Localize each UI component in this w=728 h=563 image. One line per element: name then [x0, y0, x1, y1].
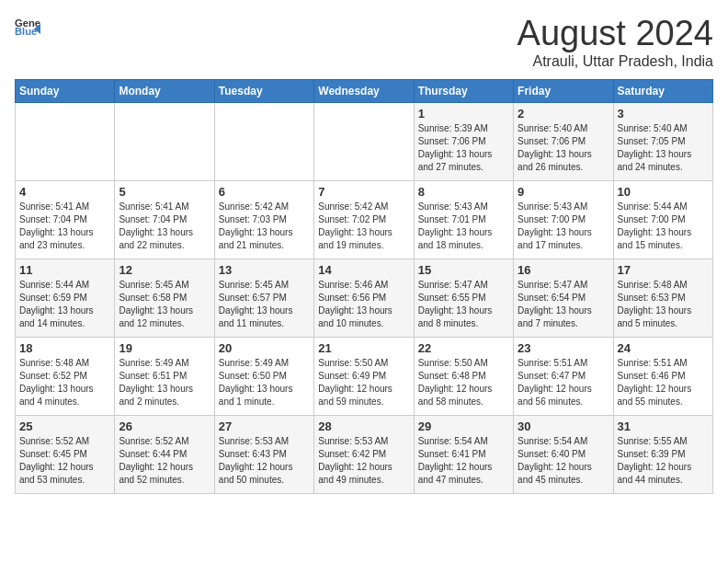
day-info: Sunrise: 5:53 AM Sunset: 6:43 PM Dayligh…	[219, 435, 310, 487]
calendar-table: Sunday Monday Tuesday Wednesday Thursday…	[15, 79, 713, 494]
day-info: Sunrise: 5:50 AM Sunset: 6:49 PM Dayligh…	[318, 357, 409, 408]
calendar-cell: 18Sunrise: 5:48 AM Sunset: 6:52 PM Dayli…	[16, 337, 115, 415]
calendar-cell: 11Sunrise: 5:44 AM Sunset: 6:59 PM Dayli…	[16, 259, 115, 337]
day-info: Sunrise: 5:45 AM Sunset: 6:58 PM Dayligh…	[119, 279, 210, 330]
calendar-cell: 25Sunrise: 5:52 AM Sunset: 6:45 PM Dayli…	[16, 415, 115, 493]
day-info: Sunrise: 5:47 AM Sunset: 6:55 PM Dayligh…	[418, 279, 509, 330]
day-info: Sunrise: 5:41 AM Sunset: 7:04 PM Dayligh…	[19, 201, 110, 252]
calendar-cell: 4Sunrise: 5:41 AM Sunset: 7:04 PM Daylig…	[16, 180, 115, 259]
calendar-cell: 9Sunrise: 5:43 AM Sunset: 7:00 PM Daylig…	[514, 180, 613, 259]
title-area: August 2024 Atrauli, Uttar Pradesh, Indi…	[518, 15, 713, 70]
day-info: Sunrise: 5:55 AM Sunset: 6:39 PM Dayligh…	[618, 435, 709, 487]
col-thursday: Thursday	[414, 79, 513, 102]
logo-icon: General Blue	[15, 15, 40, 40]
calendar-cell: 1Sunrise: 5:39 AM Sunset: 7:06 PM Daylig…	[414, 102, 513, 180]
calendar-cell: 12Sunrise: 5:45 AM Sunset: 6:58 PM Dayli…	[115, 259, 214, 337]
day-info: Sunrise: 5:51 AM Sunset: 6:47 PM Dayligh…	[518, 357, 609, 408]
day-number: 28	[318, 419, 409, 433]
day-info: Sunrise: 5:52 AM Sunset: 6:45 PM Dayligh…	[19, 435, 110, 487]
svg-text:Blue: Blue	[15, 26, 37, 37]
calendar-cell: 6Sunrise: 5:42 AM Sunset: 7:03 PM Daylig…	[214, 180, 313, 259]
calendar-cell	[314, 102, 414, 180]
day-number: 29	[418, 419, 509, 433]
day-number: 5	[119, 185, 210, 199]
day-number: 4	[19, 185, 110, 199]
logo: General Blue	[15, 15, 40, 40]
day-number: 16	[518, 263, 609, 277]
day-info: Sunrise: 5:54 AM Sunset: 6:40 PM Dayligh…	[518, 435, 609, 487]
col-wednesday: Wednesday	[314, 79, 414, 102]
day-info: Sunrise: 5:42 AM Sunset: 7:02 PM Dayligh…	[318, 201, 409, 252]
day-number: 2	[518, 107, 609, 121]
calendar-cell: 13Sunrise: 5:45 AM Sunset: 6:57 PM Dayli…	[214, 259, 313, 337]
day-info: Sunrise: 5:42 AM Sunset: 7:03 PM Dayligh…	[219, 201, 310, 252]
calendar-week-1: 1Sunrise: 5:39 AM Sunset: 7:06 PM Daylig…	[16, 102, 713, 180]
calendar-cell: 27Sunrise: 5:53 AM Sunset: 6:43 PM Dayli…	[214, 415, 313, 493]
day-info: Sunrise: 5:46 AM Sunset: 6:56 PM Dayligh…	[318, 279, 409, 330]
calendar-cell: 7Sunrise: 5:42 AM Sunset: 7:02 PM Daylig…	[314, 180, 414, 259]
day-number: 15	[418, 263, 509, 277]
calendar-cell: 14Sunrise: 5:46 AM Sunset: 6:56 PM Dayli…	[314, 259, 414, 337]
calendar-week-4: 18Sunrise: 5:48 AM Sunset: 6:52 PM Dayli…	[16, 337, 713, 415]
day-number: 14	[318, 263, 409, 277]
calendar-cell: 31Sunrise: 5:55 AM Sunset: 6:39 PM Dayli…	[613, 415, 712, 493]
day-info: Sunrise: 5:44 AM Sunset: 7:00 PM Dayligh…	[618, 201, 709, 252]
day-info: Sunrise: 5:43 AM Sunset: 7:01 PM Dayligh…	[418, 201, 509, 252]
calendar-week-3: 11Sunrise: 5:44 AM Sunset: 6:59 PM Dayli…	[16, 259, 713, 337]
calendar-cell: 30Sunrise: 5:54 AM Sunset: 6:40 PM Dayli…	[514, 415, 613, 493]
col-monday: Monday	[115, 79, 214, 102]
month-year: August 2024	[518, 15, 713, 53]
calendar-cell: 20Sunrise: 5:49 AM Sunset: 6:50 PM Dayli…	[214, 337, 313, 415]
col-tuesday: Tuesday	[214, 79, 313, 102]
day-number: 20	[219, 341, 310, 355]
day-number: 22	[418, 341, 509, 355]
calendar-week-5: 25Sunrise: 5:52 AM Sunset: 6:45 PM Dayli…	[16, 415, 713, 493]
day-number: 19	[119, 341, 210, 355]
day-number: 30	[518, 419, 609, 433]
day-number: 13	[219, 263, 310, 277]
calendar-cell: 5Sunrise: 5:41 AM Sunset: 7:04 PM Daylig…	[115, 180, 214, 259]
day-number: 17	[618, 263, 709, 277]
calendar-week-2: 4Sunrise: 5:41 AM Sunset: 7:04 PM Daylig…	[16, 180, 713, 259]
day-number: 7	[318, 185, 409, 199]
day-number: 10	[618, 185, 709, 199]
day-number: 3	[618, 107, 709, 121]
calendar-cell: 24Sunrise: 5:51 AM Sunset: 6:46 PM Dayli…	[613, 337, 712, 415]
day-number: 9	[518, 185, 609, 199]
day-number: 31	[618, 419, 709, 433]
calendar-cell	[115, 102, 214, 180]
calendar-cell: 2Sunrise: 5:40 AM Sunset: 7:06 PM Daylig…	[514, 102, 613, 180]
calendar-cell: 23Sunrise: 5:51 AM Sunset: 6:47 PM Dayli…	[514, 337, 613, 415]
calendar-cell: 15Sunrise: 5:47 AM Sunset: 6:55 PM Dayli…	[414, 259, 513, 337]
day-info: Sunrise: 5:53 AM Sunset: 6:42 PM Dayligh…	[318, 435, 409, 487]
day-info: Sunrise: 5:49 AM Sunset: 6:50 PM Dayligh…	[219, 357, 310, 408]
day-info: Sunrise: 5:51 AM Sunset: 6:46 PM Dayligh…	[618, 357, 709, 408]
calendar-cell: 22Sunrise: 5:50 AM Sunset: 6:48 PM Dayli…	[414, 337, 513, 415]
day-number: 18	[19, 341, 110, 355]
day-info: Sunrise: 5:41 AM Sunset: 7:04 PM Dayligh…	[119, 201, 210, 252]
day-info: Sunrise: 5:44 AM Sunset: 6:59 PM Dayligh…	[19, 279, 110, 330]
calendar-cell: 3Sunrise: 5:40 AM Sunset: 7:05 PM Daylig…	[613, 102, 712, 180]
day-number: 21	[318, 341, 409, 355]
day-info: Sunrise: 5:52 AM Sunset: 6:44 PM Dayligh…	[119, 435, 210, 487]
day-info: Sunrise: 5:43 AM Sunset: 7:00 PM Dayligh…	[518, 201, 609, 252]
col-saturday: Saturday	[613, 79, 712, 102]
day-info: Sunrise: 5:40 AM Sunset: 7:05 PM Dayligh…	[618, 122, 709, 174]
day-info: Sunrise: 5:47 AM Sunset: 6:54 PM Dayligh…	[518, 279, 609, 330]
col-friday: Friday	[514, 79, 613, 102]
day-info: Sunrise: 5:48 AM Sunset: 6:53 PM Dayligh…	[618, 279, 709, 330]
day-number: 23	[518, 341, 609, 355]
day-number: 27	[219, 419, 310, 433]
day-info: Sunrise: 5:50 AM Sunset: 6:48 PM Dayligh…	[418, 357, 509, 408]
day-number: 1	[418, 107, 509, 121]
calendar-cell: 21Sunrise: 5:50 AM Sunset: 6:49 PM Dayli…	[314, 337, 414, 415]
calendar-cell: 28Sunrise: 5:53 AM Sunset: 6:42 PM Dayli…	[314, 415, 414, 493]
calendar-cell: 29Sunrise: 5:54 AM Sunset: 6:41 PM Dayli…	[414, 415, 513, 493]
day-number: 26	[119, 419, 210, 433]
calendar-cell: 8Sunrise: 5:43 AM Sunset: 7:01 PM Daylig…	[414, 180, 513, 259]
calendar-cell: 26Sunrise: 5:52 AM Sunset: 6:44 PM Dayli…	[115, 415, 214, 493]
day-number: 11	[19, 263, 110, 277]
location: Atrauli, Uttar Pradesh, India	[518, 53, 713, 70]
day-number: 25	[19, 419, 110, 433]
day-number: 8	[418, 185, 509, 199]
